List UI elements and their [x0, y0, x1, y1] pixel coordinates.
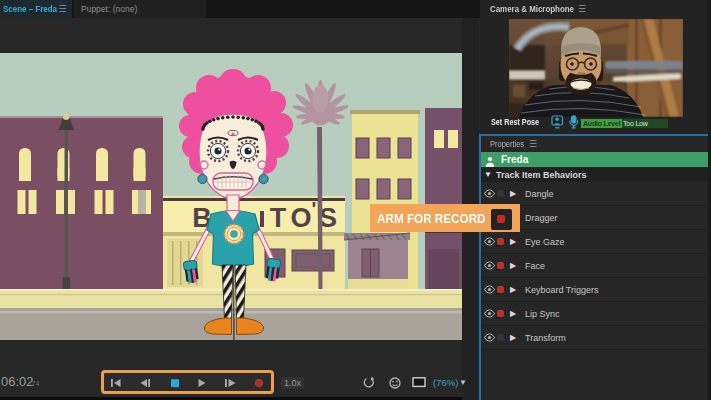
- svg-text:O: O: [290, 203, 311, 233]
- svg-text:': ': [312, 198, 317, 220]
- svg-text:T: T: [270, 203, 287, 233]
